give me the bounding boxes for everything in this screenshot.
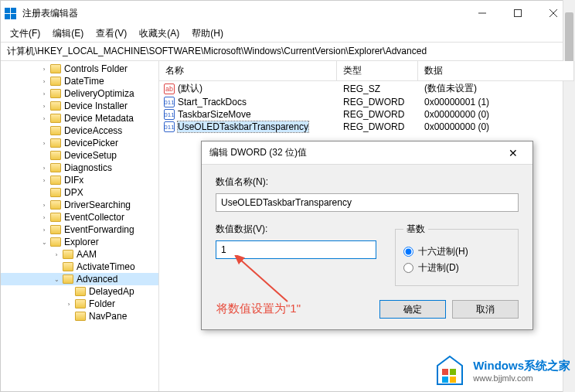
folder-icon [50, 176, 61, 185]
tree-label: DeviceSetup [64, 150, 117, 161]
expander-icon[interactable]: › [39, 213, 49, 222]
folder-icon [75, 299, 86, 308]
tree-label: DeviceAccess [64, 125, 122, 136]
menu-edit[interactable]: 编辑(E) [46, 26, 90, 42]
radio-dec-input[interactable] [403, 263, 413, 273]
expander-icon[interactable] [52, 262, 61, 271]
tree-item-delayedap[interactable]: DelayedAp [1, 285, 158, 298]
list-row[interactable]: ab(默认)REG_SZ(数值未设置) [159, 81, 574, 96]
tree-item-device-metadata[interactable]: ›Device Metadata [1, 112, 158, 124]
expander-icon[interactable] [64, 287, 73, 296]
ok-button[interactable]: 确定 [379, 300, 446, 319]
folder-icon [50, 114, 61, 123]
address-bar[interactable]: 计算机\HKEY_LOCAL_MACHINE\SOFTWARE\Microsof… [1, 43, 574, 61]
expander-icon[interactable]: ⌄ [39, 237, 49, 247]
tree-label: Diagnostics [64, 162, 112, 173]
folder-icon [63, 262, 73, 271]
svg-rect-1 [515, 10, 522, 17]
expander-icon[interactable] [39, 126, 49, 135]
minimize-button[interactable] [464, 1, 500, 26]
radio-hex[interactable]: 十六进制(H) [403, 245, 510, 258]
svg-rect-5 [442, 369, 448, 375]
menu-view[interactable]: 查看(V) [90, 26, 133, 42]
value-data: 0x00000001 (1) [418, 97, 574, 107]
expander-icon[interactable]: › [39, 64, 49, 73]
tree-label: Device Metadata [64, 113, 134, 124]
tree-item-eventforwarding[interactable]: ›EventForwarding [1, 223, 158, 236]
expander-icon[interactable]: › [39, 77, 49, 86]
expander-icon[interactable]: › [39, 225, 49, 234]
value-data-input[interactable] [216, 240, 376, 259]
value-name: Start_TrackDocs [178, 97, 247, 107]
value-icon: 011 [164, 97, 175, 107]
tree-item-eventcollector[interactable]: ›EventCollector [1, 211, 158, 223]
tree-item-deliveryoptimiza[interactable]: ›DeliveryOptimiza [1, 87, 158, 100]
base-fieldset: 基数 十六进制(H) 十进制(D) [395, 223, 519, 286]
annotation-text: 将数值设置为"1" [216, 302, 301, 316]
tree-item-navpane[interactable]: NavPane [1, 310, 158, 322]
value-icon: 011 [164, 121, 175, 132]
tree-item-folder[interactable]: ›Folder [1, 298, 158, 310]
tree-item-deviceaccess[interactable]: DeviceAccess [1, 124, 158, 137]
tree-item-difx[interactable]: ›DIFx [1, 174, 158, 186]
tree-item-devicesetup[interactable]: DeviceSetup [1, 149, 158, 162]
dialog-titlebar[interactable]: 编辑 DWORD (32 位)值 ✕ [202, 141, 532, 165]
list-row[interactable]: 011UseOLEDTaskbarTransparencyREG_DWORD0x… [159, 121, 574, 133]
radio-dec[interactable]: 十进制(D) [403, 261, 510, 274]
expander-icon[interactable]: › [39, 200, 49, 210]
tree-item-datetime[interactable]: ›DateTime [1, 75, 158, 87]
folder-icon [50, 213, 61, 222]
titlebar[interactable]: 注册表编辑器 [1, 1, 574, 26]
value-data: 0x00000000 (0) [418, 109, 574, 120]
tree-view[interactable]: ›Controls Folder›DateTime›DeliveryOptimi… [1, 61, 159, 391]
tree-item-controls-folder[interactable]: ›Controls Folder [1, 63, 158, 75]
cancel-button[interactable]: 取消 [452, 300, 519, 319]
expander-icon[interactable]: ⌄ [52, 274, 61, 284]
tree-item-aam[interactable]: ›AAM [1, 248, 158, 261]
folder-icon [50, 89, 61, 98]
folder-icon [50, 151, 61, 160]
expander-icon[interactable]: › [39, 163, 49, 172]
tree-label: Advanced [77, 274, 117, 285]
tree-item-driversearching[interactable]: ›DriverSearching [1, 199, 158, 211]
tree-item-device-installer[interactable]: ›Device Installer [1, 100, 158, 112]
tree-label: DriverSearching [64, 199, 131, 210]
expander-icon[interactable] [39, 188, 49, 197]
tree-label: Folder [89, 298, 115, 309]
expander-icon[interactable] [39, 151, 49, 160]
tree-label: Device Installer [64, 101, 128, 111]
value-type: REG_DWORD [337, 121, 418, 132]
menu-favorites[interactable]: 收藏夹(A) [133, 26, 185, 42]
expander-icon[interactable]: › [39, 138, 49, 148]
radio-hex-input[interactable] [403, 247, 413, 257]
expander-icon[interactable]: › [39, 89, 49, 98]
list-row[interactable]: 011TaskbarSizeMoveREG_DWORD0x00000000 (0… [159, 108, 574, 121]
maximize-button[interactable] [500, 1, 536, 26]
dialog-close-button[interactable]: ✕ [502, 147, 525, 159]
tree-item-dpx[interactable]: DPX [1, 186, 158, 199]
expander-icon[interactable] [64, 312, 73, 321]
watermark-title: Windows系统之家 [473, 359, 570, 373]
value-name-input[interactable] [216, 193, 519, 212]
expander-icon[interactable]: › [39, 176, 49, 185]
header-name[interactable]: 名称 [159, 61, 337, 80]
tree-item-explorer[interactable]: ⌄Explorer [1, 236, 158, 248]
dialog-title: 编辑 DWORD (32 位)值 [209, 146, 502, 159]
header-type[interactable]: 类型 [337, 61, 418, 80]
tree-item-advanced[interactable]: ⌄Advanced [1, 273, 158, 285]
tree-item-activatetimeo[interactable]: ActivateTimeo [1, 261, 158, 273]
folder-icon [50, 225, 61, 234]
svg-rect-6 [450, 369, 456, 375]
header-data[interactable]: 数据 [418, 61, 574, 80]
list-row[interactable]: 011Start_TrackDocsREG_DWORD0x00000001 (1… [159, 96, 574, 108]
expander-icon[interactable]: › [64, 299, 73, 308]
menu-help[interactable]: 帮助(H) [185, 26, 230, 42]
value-name-label: 数值名称(N): [216, 176, 519, 189]
menu-file[interactable]: 文件(F) [4, 26, 46, 42]
expander-icon[interactable]: › [52, 250, 61, 259]
window-controls [464, 1, 571, 26]
tree-item-devicepicker[interactable]: ›DevicePicker [1, 137, 158, 149]
tree-item-diagnostics[interactable]: ›Diagnostics [1, 162, 158, 174]
expander-icon[interactable]: › [39, 114, 49, 123]
expander-icon[interactable]: › [39, 101, 49, 111]
